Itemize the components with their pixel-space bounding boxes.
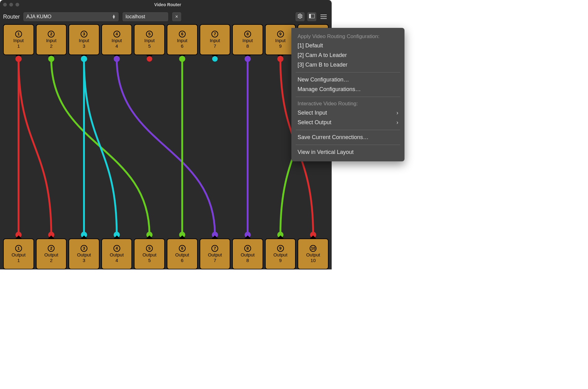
host-input[interactable] [122, 12, 169, 22]
output-port-5[interactable]: 5Output5 [134, 238, 165, 269]
port-label: Output [11, 252, 25, 257]
port-number-badge: 7 [211, 245, 218, 252]
port-number-badge: 1 [15, 31, 22, 37]
input-port-4[interactable]: 4Input4 [101, 24, 132, 55]
toolbar: Router AJA KUMO ▲▼ × [0, 9, 332, 24]
output-port-2[interactable]: 2Output2 [36, 238, 67, 269]
output-port-8[interactable]: 8Output8 [232, 238, 263, 269]
menu-separator [296, 97, 400, 97]
port-index: 2 [50, 258, 52, 263]
preset-item[interactable]: [2] Cam A to Leader [291, 50, 405, 60]
input-port-1[interactable]: 1Input1 [3, 24, 34, 55]
menu-separator [296, 145, 400, 145]
port-label: Input [144, 38, 154, 43]
chevron-right-icon: › [396, 119, 398, 126]
port-label: Output [44, 252, 58, 257]
port-number-badge: 4 [113, 245, 120, 252]
port-number-badge: 10 [310, 245, 316, 252]
input-port-3[interactable]: 3Input3 [69, 24, 99, 55]
zoom-window-button[interactable] [15, 3, 19, 7]
port-index: 7 [214, 43, 216, 49]
port-index: 3 [83, 43, 85, 49]
hamburger-icon [321, 15, 327, 19]
port-index: 5 [148, 258, 151, 263]
port-label: Output [306, 252, 320, 257]
port-number-badge: 4 [113, 31, 120, 37]
menu-heading-config: Apply Video Routing Configuration: [291, 32, 405, 41]
minimize-window-button[interactable] [9, 3, 13, 7]
port-label: Input [79, 38, 89, 43]
output-port-4[interactable]: 4Output4 [101, 238, 132, 269]
preset-item[interactable]: [1] Default [291, 41, 405, 50]
port-label: Output [241, 252, 254, 257]
input-port-2[interactable]: 2Input2 [36, 24, 67, 55]
port-label: Input [177, 38, 187, 43]
port-label: Output [77, 252, 91, 257]
port-number-badge: 5 [146, 31, 153, 37]
new-config-item[interactable]: New Configuration… [291, 75, 405, 85]
input-port-6[interactable]: 6Input6 [167, 24, 198, 55]
port-number-badge: 6 [179, 245, 186, 252]
select-input-item[interactable]: Select Input › [291, 108, 405, 118]
clear-host-button[interactable]: × [172, 12, 182, 22]
port-index: 3 [83, 258, 85, 263]
select-output-item[interactable]: Select Output › [291, 118, 405, 127]
router-select[interactable]: AJA KUMO ▲▼ [23, 12, 119, 22]
port-index: 8 [246, 43, 249, 49]
input-port-7[interactable]: 7Input7 [200, 24, 231, 55]
output-port-9[interactable]: 9Output9 [265, 238, 296, 269]
router-select-value: AJA KUMO [26, 14, 51, 20]
menu-separator [296, 130, 400, 130]
menu-button[interactable] [319, 12, 329, 22]
port-index: 9 [279, 258, 281, 263]
port-index: 8 [246, 258, 249, 263]
port-label: Output [175, 252, 189, 257]
output-port-6[interactable]: 6Output6 [167, 238, 198, 269]
manage-config-item[interactable]: Manage Configurations… [291, 85, 405, 94]
port-label: Output [143, 252, 157, 257]
output-port-1[interactable]: 1Output1 [3, 238, 34, 269]
port-number-badge: 6 [179, 31, 186, 37]
port-label: Output [208, 252, 222, 257]
input-port-5[interactable]: 5Input5 [134, 24, 165, 55]
port-index: 6 [181, 43, 183, 49]
settings-button[interactable] [295, 12, 305, 22]
output-port-3[interactable]: 3Output3 [69, 238, 99, 269]
preset-item[interactable]: [3] Cam B to Leader [291, 60, 405, 70]
port-index: 4 [115, 43, 118, 49]
outputs-row: 1Output12Output23Output34Output45Output5… [0, 238, 332, 269]
toolbar-right [295, 12, 329, 22]
port-number-badge: 9 [277, 31, 284, 37]
chevron-right-icon: › [396, 110, 398, 116]
routing-area[interactable]: 1Input12Input23Input34Input45Input56Inpu… [0, 24, 332, 269]
routing-config-menu: Apply Video Routing Configuration: [1] D… [291, 28, 405, 161]
port-label: Input [242, 38, 253, 43]
cables-canvas [0, 24, 332, 269]
close-window-button[interactable] [3, 3, 7, 7]
port-index: 1 [17, 258, 20, 263]
port-number-badge: 7 [211, 31, 218, 37]
save-connections-item[interactable]: Save Current Connections… [291, 133, 405, 142]
port-label: Input [210, 38, 220, 43]
port-number-badge: 8 [244, 245, 251, 252]
input-port-8[interactable]: 8Input8 [232, 24, 263, 55]
gear-icon [297, 13, 303, 20]
layout-toggle-button[interactable] [307, 12, 317, 22]
sidebar-icon [309, 14, 315, 20]
port-label: Input [112, 38, 122, 43]
port-number-badge: 2 [48, 245, 55, 252]
port-number-badge: 5 [146, 245, 153, 252]
output-port-7[interactable]: 7Output7 [200, 238, 231, 269]
port-number-badge: 8 [244, 31, 251, 37]
port-label: Output [273, 252, 287, 257]
port-index: 2 [50, 43, 52, 49]
inputs-row: 1Input12Input23Input34Input45Input56Inpu… [0, 24, 332, 55]
port-number-badge: 9 [277, 245, 284, 252]
view-layout-item[interactable]: View in Vertical Layout [291, 147, 405, 157]
menu-heading-interactive: Interactive Video Routing: [291, 99, 405, 108]
router-label: Router [3, 14, 20, 20]
port-label: Output [110, 252, 124, 257]
output-port-10[interactable]: 10Output10 [298, 238, 329, 269]
port-index: 5 [148, 43, 151, 49]
svg-rect-2 [309, 14, 311, 18]
